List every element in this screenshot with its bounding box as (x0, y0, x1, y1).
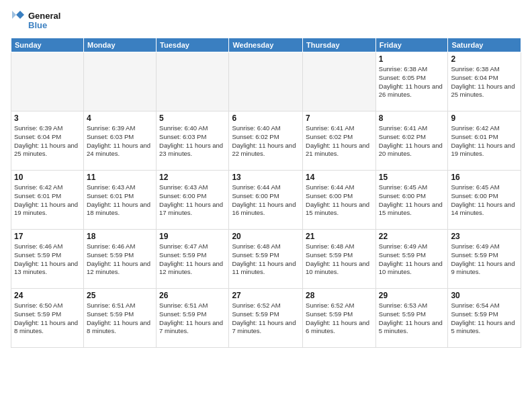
calendar-cell: 30Sunrise: 6:54 AM Sunset: 5:59 PM Dayli… (448, 289, 521, 348)
day-info: Sunrise: 6:42 AM Sunset: 6:01 PM Dayligh… (451, 124, 518, 158)
calendar-cell: 18Sunrise: 6:46 AM Sunset: 5:59 PM Dayli… (83, 230, 156, 289)
calendar-cell: 4Sunrise: 6:39 AM Sunset: 6:03 PM Daylig… (83, 111, 156, 171)
calendar-cell: 23Sunrise: 6:49 AM Sunset: 5:59 PM Dayli… (448, 230, 521, 289)
day-number: 2 (451, 54, 518, 64)
day-number: 19 (159, 232, 226, 241)
calendar-cell: 8Sunrise: 6:41 AM Sunset: 6:02 PM Daylig… (375, 111, 448, 171)
calendar-cell: 11Sunrise: 6:43 AM Sunset: 6:01 PM Dayli… (83, 171, 156, 230)
day-info: Sunrise: 6:45 AM Sunset: 6:00 PM Dayligh… (451, 183, 518, 218)
day-info: Sunrise: 6:50 AM Sunset: 5:59 PM Dayligh… (14, 302, 81, 336)
logo: General Blue (11, 8, 71, 32)
day-info: Sunrise: 6:48 AM Sunset: 5:59 PM Dayligh… (232, 242, 300, 277)
day-number: 12 (159, 173, 226, 182)
calendar-cell: 15Sunrise: 6:45 AM Sunset: 6:00 PM Dayli… (375, 171, 448, 230)
weekday-header-thursday: Thursday (303, 38, 376, 52)
calendar-week-row: 17Sunrise: 6:46 AM Sunset: 5:59 PM Dayli… (11, 230, 521, 289)
day-number: 4 (87, 113, 153, 123)
day-info: Sunrise: 6:41 AM Sunset: 6:02 PM Dayligh… (306, 124, 373, 158)
weekday-header-friday: Friday (375, 38, 448, 52)
calendar-cell: 20Sunrise: 6:48 AM Sunset: 5:59 PM Dayli… (229, 230, 303, 289)
day-info: Sunrise: 6:49 AM Sunset: 5:59 PM Dayligh… (451, 242, 518, 277)
day-number: 6 (232, 113, 300, 123)
calendar-week-row: 24Sunrise: 6:50 AM Sunset: 5:59 PM Dayli… (11, 289, 521, 348)
day-info: Sunrise: 6:40 AM Sunset: 6:02 PM Dayligh… (232, 124, 300, 158)
calendar-table: SundayMondayTuesdayWednesdayThursdayFrid… (11, 38, 521, 348)
day-number: 24 (14, 291, 81, 300)
day-number: 16 (451, 173, 518, 182)
calendar-cell: 13Sunrise: 6:44 AM Sunset: 6:00 PM Dayli… (229, 171, 303, 230)
day-number: 26 (159, 291, 226, 300)
calendar-cell (303, 52, 376, 111)
day-number: 9 (451, 113, 518, 123)
day-number: 20 (232, 232, 300, 241)
day-info: Sunrise: 6:40 AM Sunset: 6:03 PM Dayligh… (159, 124, 226, 158)
calendar-cell: 7Sunrise: 6:41 AM Sunset: 6:02 PM Daylig… (303, 111, 376, 171)
day-info: Sunrise: 6:48 AM Sunset: 5:59 PM Dayligh… (306, 242, 373, 277)
day-number: 15 (379, 173, 445, 182)
day-info: Sunrise: 6:51 AM Sunset: 5:59 PM Dayligh… (159, 302, 226, 336)
calendar-cell: 28Sunrise: 6:52 AM Sunset: 5:59 PM Dayli… (303, 289, 376, 348)
header: General Blue (11, 8, 521, 32)
calendar-cell: 21Sunrise: 6:48 AM Sunset: 5:59 PM Dayli… (303, 230, 376, 289)
calendar-cell: 27Sunrise: 6:52 AM Sunset: 5:59 PM Dayli… (229, 289, 303, 348)
calendar-cell (229, 52, 303, 111)
day-number: 18 (87, 232, 153, 241)
calendar-cell: 24Sunrise: 6:50 AM Sunset: 5:59 PM Dayli… (11, 289, 84, 348)
weekday-header-tuesday: Tuesday (157, 38, 229, 52)
day-number: 23 (451, 232, 518, 241)
day-number: 1 (379, 54, 445, 64)
day-info: Sunrise: 6:52 AM Sunset: 5:59 PM Dayligh… (306, 302, 373, 336)
calendar-week-row: 10Sunrise: 6:42 AM Sunset: 6:01 PM Dayli… (11, 171, 521, 230)
logo-svg: General Blue (11, 8, 71, 32)
day-number: 13 (232, 173, 300, 182)
svg-marker-3 (12, 11, 16, 19)
day-info: Sunrise: 6:43 AM Sunset: 6:00 PM Dayligh… (159, 183, 226, 218)
weekday-header-saturday: Saturday (448, 38, 521, 52)
calendar-cell: 12Sunrise: 6:43 AM Sunset: 6:00 PM Dayli… (157, 171, 229, 230)
day-info: Sunrise: 6:44 AM Sunset: 6:00 PM Dayligh… (306, 183, 373, 218)
day-info: Sunrise: 6:53 AM Sunset: 5:59 PM Dayligh… (379, 302, 445, 336)
day-number: 5 (159, 113, 226, 123)
calendar-cell: 25Sunrise: 6:51 AM Sunset: 5:59 PM Dayli… (83, 289, 156, 348)
calendar-cell (157, 52, 229, 111)
calendar-cell: 5Sunrise: 6:40 AM Sunset: 6:03 PM Daylig… (157, 111, 229, 171)
calendar-cell: 2Sunrise: 6:38 AM Sunset: 6:04 PM Daylig… (448, 52, 521, 111)
day-number: 25 (87, 291, 153, 300)
day-info: Sunrise: 6:38 AM Sunset: 6:04 PM Dayligh… (451, 65, 518, 99)
day-info: Sunrise: 6:42 AM Sunset: 6:01 PM Dayligh… (14, 183, 81, 218)
calendar-cell: 29Sunrise: 6:53 AM Sunset: 5:59 PM Dayli… (375, 289, 448, 348)
day-info: Sunrise: 6:51 AM Sunset: 5:59 PM Dayligh… (87, 302, 153, 336)
day-info: Sunrise: 6:52 AM Sunset: 5:59 PM Dayligh… (232, 302, 300, 336)
calendar-cell: 16Sunrise: 6:45 AM Sunset: 6:00 PM Dayli… (448, 171, 521, 230)
day-info: Sunrise: 6:38 AM Sunset: 6:05 PM Dayligh… (379, 65, 445, 99)
weekday-header-row: SundayMondayTuesdayWednesdayThursdayFrid… (11, 38, 521, 52)
day-info: Sunrise: 6:39 AM Sunset: 6:03 PM Dayligh… (87, 124, 153, 158)
day-number: 30 (451, 291, 518, 300)
day-number: 22 (379, 232, 445, 241)
calendar-cell: 22Sunrise: 6:49 AM Sunset: 5:59 PM Dayli… (375, 230, 448, 289)
svg-marker-2 (16, 11, 24, 19)
calendar-cell (11, 52, 84, 111)
day-number: 11 (87, 173, 153, 182)
day-number: 21 (306, 232, 373, 241)
day-info: Sunrise: 6:49 AM Sunset: 5:59 PM Dayligh… (379, 242, 445, 277)
day-number: 29 (379, 291, 445, 300)
day-info: Sunrise: 6:47 AM Sunset: 5:59 PM Dayligh… (159, 242, 226, 277)
calendar-cell: 26Sunrise: 6:51 AM Sunset: 5:59 PM Dayli… (157, 289, 229, 348)
calendar-cell: 6Sunrise: 6:40 AM Sunset: 6:02 PM Daylig… (229, 111, 303, 171)
calendar-week-row: 1Sunrise: 6:38 AM Sunset: 6:05 PM Daylig… (11, 52, 521, 111)
weekday-header-wednesday: Wednesday (229, 38, 303, 52)
day-number: 14 (306, 173, 373, 182)
calendar-week-row: 3Sunrise: 6:39 AM Sunset: 6:04 PM Daylig… (11, 111, 521, 171)
calendar-cell: 19Sunrise: 6:47 AM Sunset: 5:59 PM Dayli… (157, 230, 229, 289)
day-number: 3 (14, 113, 81, 123)
calendar-cell: 10Sunrise: 6:42 AM Sunset: 6:01 PM Dayli… (11, 171, 84, 230)
day-number: 8 (379, 113, 445, 123)
calendar-cell: 3Sunrise: 6:39 AM Sunset: 6:04 PM Daylig… (11, 111, 84, 171)
weekday-header-sunday: Sunday (11, 38, 84, 52)
day-number: 27 (232, 291, 300, 300)
day-info: Sunrise: 6:45 AM Sunset: 6:00 PM Dayligh… (379, 183, 445, 218)
day-info: Sunrise: 6:44 AM Sunset: 6:00 PM Dayligh… (232, 183, 300, 218)
day-number: 28 (306, 291, 373, 300)
day-info: Sunrise: 6:43 AM Sunset: 6:01 PM Dayligh… (87, 183, 153, 218)
